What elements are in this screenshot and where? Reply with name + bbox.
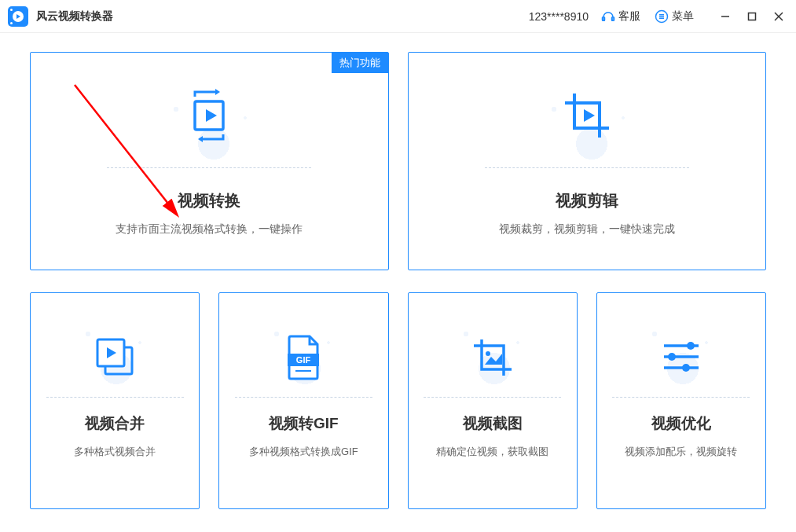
customer-service-button[interactable]: 客服: [601, 9, 640, 24]
menu-button[interactable]: 菜单: [655, 9, 694, 24]
svg-rect-7: [749, 13, 756, 20]
close-button[interactable]: [769, 7, 788, 26]
svg-point-28: [668, 353, 676, 361]
card-desc: 视频裁剪，视频剪辑，一键快速完成: [409, 222, 766, 237]
minimize-button[interactable]: [716, 7, 735, 26]
svg-point-30: [682, 364, 690, 372]
card-video-screenshot[interactable]: 视频截图 精确定位视频，获取截图: [408, 292, 578, 509]
svg-marker-15: [198, 136, 203, 142]
main-content: 热门功能 视频转换 支持市面主流视频格式转换，一键操作: [0, 33, 796, 528]
card-video-edit[interactable]: 视频剪辑 视频裁剪，视频剪辑，一键快速完成: [408, 52, 767, 270]
gif-file-icon: GIF: [278, 332, 328, 382]
sliders-icon: [656, 332, 706, 382]
svg-marker-16: [584, 109, 595, 122]
card-desc: 支持市面主流视频格式转换，一键操作: [31, 222, 388, 237]
card-desc: 视频添加配乐，视频旋转: [597, 445, 765, 459]
svg-marker-14: [215, 89, 220, 95]
svg-text:GIF: GIF: [296, 355, 311, 365]
svg-point-26: [687, 342, 695, 350]
card-desc: 多种视频格式转换成GIF: [219, 445, 387, 459]
menu-label: 菜单: [672, 9, 694, 24]
card-desc: 多种格式视频合并: [31, 445, 199, 459]
card-video-gif[interactable]: GIF 视频转GIF 多种视频格式转换成GIF: [218, 292, 388, 509]
card-title: 视频剪辑: [409, 190, 766, 211]
app-logo-icon: [8, 6, 28, 27]
account-id[interactable]: 123****8910: [529, 10, 589, 23]
card-title: 视频合并: [31, 413, 199, 434]
maximize-button[interactable]: [743, 7, 761, 26]
card-desc: 精确定位视频，获取截图: [409, 445, 577, 459]
menu-list-icon: [655, 9, 669, 24]
card-video-optimize[interactable]: 视频优化 视频添加配乐，视频旋转: [596, 292, 766, 509]
app-title: 风云视频转换器: [36, 9, 113, 24]
screenshot-icon: [468, 332, 518, 382]
card-title: 视频转换: [31, 190, 388, 211]
crop-icon: [559, 87, 615, 144]
minimize-icon: [721, 12, 730, 21]
card-title: 视频截图: [409, 413, 577, 434]
close-icon: [774, 12, 783, 21]
convert-icon: [181, 87, 237, 144]
headset-icon: [601, 9, 615, 24]
maximize-icon: [747, 12, 757, 21]
service-label: 客服: [618, 9, 640, 24]
card-video-merge[interactable]: 视频合并 多种格式视频合并: [30, 292, 200, 509]
svg-marker-13: [206, 109, 217, 122]
card-video-convert[interactable]: 热门功能 视频转换 支持市面主流视频格式转换，一键操作: [30, 52, 389, 270]
svg-point-23: [486, 351, 490, 356]
card-title: 视频转GIF: [219, 413, 387, 434]
merge-icon: [90, 332, 140, 382]
title-bar: 风云视频转换器 123****8910 客服 菜单: [0, 0, 796, 33]
card-title: 视频优化: [597, 413, 765, 434]
